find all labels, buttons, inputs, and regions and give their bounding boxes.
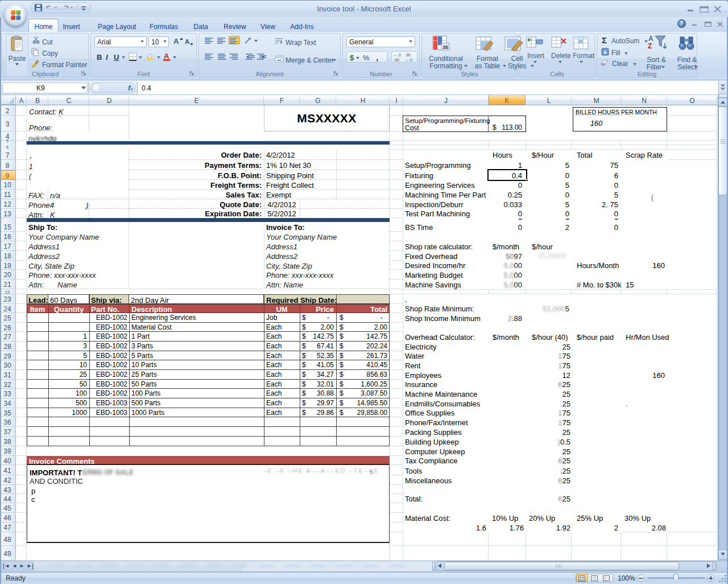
svg-text:35: 35 xyxy=(442,44,448,50)
